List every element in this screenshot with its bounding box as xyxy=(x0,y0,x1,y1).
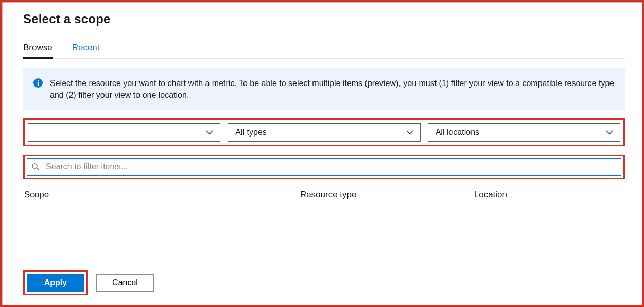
column-header-location: Location xyxy=(474,190,624,200)
location-dropdown[interactable]: All locations xyxy=(428,123,620,142)
info-text: Select the resource you want to chart wi… xyxy=(50,77,615,101)
column-header-resource-type: Resource type xyxy=(300,190,474,200)
chevron-down-icon xyxy=(406,128,414,137)
filters-annotation-highlight: All types All locations xyxy=(23,118,625,146)
cancel-button[interactable]: Cancel xyxy=(96,274,154,292)
button-label: Cancel xyxy=(112,278,138,287)
select-scope-dialog: Select a scope Browse Recent Selec xyxy=(2,2,642,305)
screenshot-annotation-frame: Select a scope Browse Recent Selec xyxy=(0,0,644,307)
chevron-down-icon xyxy=(205,128,214,137)
tab-recent[interactable]: Recent xyxy=(72,41,100,58)
tab-browse[interactable]: Browse xyxy=(23,41,53,58)
dialog-title: Select a scope xyxy=(23,12,625,26)
chevron-down-icon xyxy=(605,128,614,137)
column-headers: Scope Resource type Location xyxy=(23,187,625,200)
tab-bar: Browse Recent xyxy=(23,41,625,59)
tab-label: Browse xyxy=(23,43,53,53)
apply-button[interactable]: Apply xyxy=(27,274,84,292)
resource-type-dropdown[interactable]: All types xyxy=(228,123,420,142)
column-header-scope: Scope xyxy=(24,190,300,200)
svg-rect-2 xyxy=(38,80,39,81)
dialog-footer: Apply Cancel xyxy=(23,262,625,295)
apply-annotation-highlight: Apply xyxy=(23,270,88,295)
dropdown-value: All types xyxy=(235,128,266,137)
search-box[interactable] xyxy=(27,158,621,176)
svg-point-3 xyxy=(32,164,37,168)
subscription-dropdown[interactable] xyxy=(28,123,220,142)
dropdown-value: All locations xyxy=(436,128,479,137)
search-input[interactable] xyxy=(45,162,617,172)
svg-line-4 xyxy=(37,168,39,170)
button-label: Apply xyxy=(44,278,67,287)
search-annotation-highlight xyxy=(23,155,625,179)
search-icon xyxy=(31,163,40,171)
info-banner: Select the resource you want to chart wi… xyxy=(23,68,625,110)
info-icon xyxy=(33,78,43,88)
divider xyxy=(23,262,625,262)
svg-rect-1 xyxy=(38,82,39,86)
tab-label: Recent xyxy=(72,43,100,53)
